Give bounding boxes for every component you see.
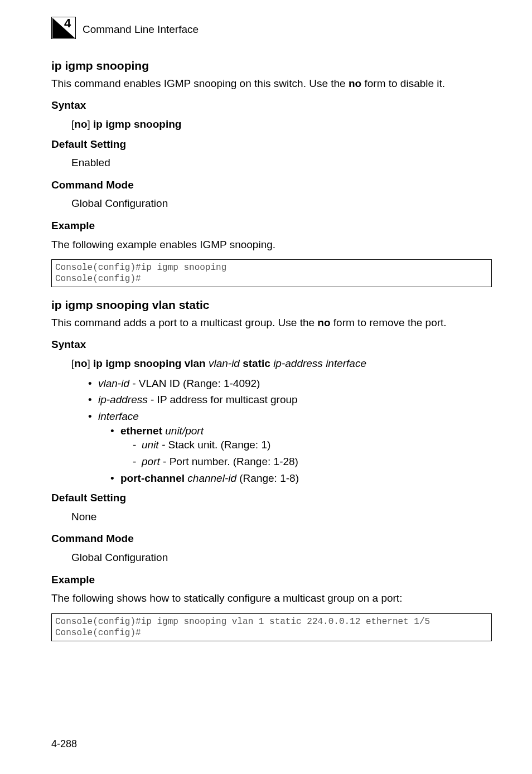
code-block: Console(config)#ip igmp snooping vlan 1 … [51,613,492,641]
default-value: None [71,510,492,524]
list-item: port-channel channel-id (Range: 1-8) [110,471,492,486]
example-label: Example [51,573,492,587]
page-number: 4-288 [51,737,77,751]
intro-bold: no [317,317,330,328]
bullet-italic: ip-address [98,394,148,405]
bullet-bold: port-channel [120,472,185,484]
intro-bold: no [349,78,361,89]
bullet-text: Stack unit. (Range: 1) [168,439,271,451]
dash-bullets: unit - Stack unit. (Range: 1) port - Por… [133,438,492,468]
list-item: port - Port number. (Range: 1-28) [133,454,492,469]
syntax-bullets: vlan-id - VLAN ID (Range: 1-4092) ip-add… [88,376,492,485]
syntax-label: Syntax [51,98,492,113]
example-text: The following shows how to statically co… [51,591,492,606]
section-intro: This command enables IGMP snooping on th… [51,76,492,91]
bullet-italic: interface [98,410,139,422]
nested-bullets: ethernet unit/port unit - Stack unit. (R… [110,424,492,486]
svg-text:4: 4 [64,17,71,30]
list-item: vlan-id - VLAN ID (Range: 1-4092) [88,376,492,391]
mode-label: Command Mode [51,531,492,546]
mode-value: Global Configuration [71,550,492,565]
syntax-line: [no] ip igmp snooping [71,117,492,132]
mode-value: Global Configuration [71,196,492,211]
bullet-text: - IP address for multicast group [148,394,298,405]
example-label: Example [51,219,492,233]
bullet-italic: channel-id [187,472,236,484]
bullet-dash: - [159,439,168,451]
syntax-b2: static [243,357,270,369]
section-intro: This command adds a port to a multicast … [51,316,492,330]
page-header-title: Command Line Interface [83,22,199,37]
syntax-i1: vlan-id [209,357,240,369]
intro-pre: This command enables IGMP snooping on th… [51,78,349,89]
section-heading: ip igmp snooping vlan static [51,297,492,313]
example-text: The following example enables IGMP snoop… [51,238,492,252]
default-value: Enabled [71,156,492,170]
syntax-no: no [74,118,87,130]
bullet-italic: port [185,425,204,437]
bullet-italic: unit [142,439,159,451]
syntax-label: Syntax [51,337,492,352]
bullet-italic: port [142,456,160,467]
syntax-i2: ip-address interface [273,357,366,369]
bullet-text: (Range: 1-8) [236,472,299,484]
intro-post: form to disable it. [361,78,445,89]
intro-post: form to remove the port. [331,317,447,328]
list-item: ip-address - IP address for multicast gr… [88,393,492,407]
chapter-number-icon: 4 [51,17,76,42]
bullet-italic: unit [165,425,182,437]
section-heading: ip igmp snooping [51,58,492,74]
syntax-rest: ip igmp snooping [93,118,181,130]
default-label: Default Setting [51,491,492,505]
syntax-no: no [74,357,87,369]
syntax-line: [no] ip igmp snooping vlan vlan-id stati… [71,356,492,371]
bullet-text: - VLAN ID (Range: 1-4092) [129,378,260,389]
mode-label: Command Mode [51,178,492,192]
list-item: interface ethernet unit/port unit - Stac… [88,409,492,485]
syntax-b1: ip igmp snooping vlan [93,357,206,369]
list-item: ethernet unit/port unit - Stack unit. (R… [110,424,492,469]
code-block: Console(config)#ip igmp snooping Console… [51,259,492,287]
page-header: 4 Command Line Interface [51,17,492,42]
list-item: unit - Stack unit. (Range: 1) [133,438,492,452]
bullet-text: - Port number. (Range: 1-28) [160,456,298,467]
bullet-italic: vlan-id [98,378,129,389]
intro-pre: This command adds a port to a multicast … [51,317,317,328]
bullet-bold: ethernet [120,425,162,437]
default-label: Default Setting [51,137,492,152]
